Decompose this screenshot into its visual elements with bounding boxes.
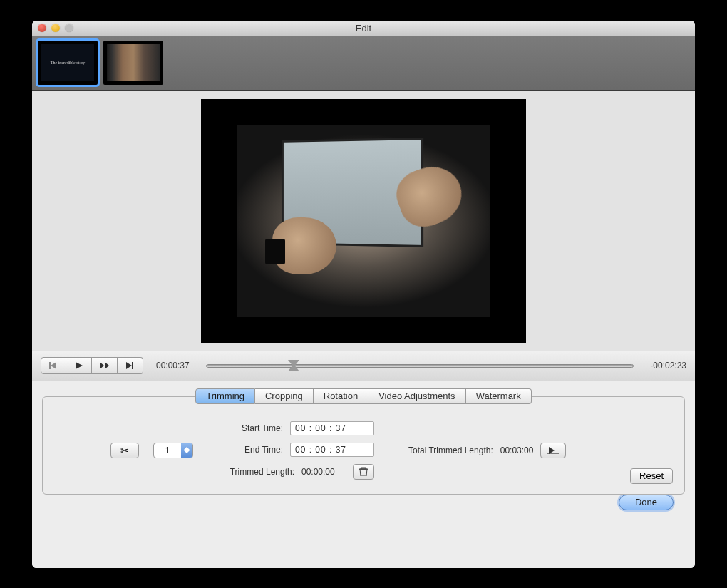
play-trimmed-button[interactable]	[540, 443, 566, 458]
next-frame-button[interactable]	[92, 357, 118, 374]
preview-area	[32, 91, 695, 351]
thumbnail-2[interactable]	[103, 41, 163, 85]
stepper-down-icon	[184, 450, 190, 453]
play-button[interactable]	[66, 357, 92, 374]
end-time-row: End Time: 00 : 00 : 37	[207, 443, 374, 457]
trimmed-length-row: Trimmed Length: 00:00:00	[207, 464, 374, 480]
play-trimmed-icon	[547, 447, 559, 454]
stepper-arrows[interactable]	[181, 443, 192, 458]
total-trimmed-label: Total Trimmed Length:	[408, 445, 493, 455]
thumbnail-1-image: The incredible story	[41, 44, 94, 81]
tab-video-adjustments[interactable]: Video Adjustments	[368, 388, 465, 404]
video-preview-image	[237, 125, 490, 317]
next-clip-button[interactable]	[118, 357, 143, 374]
tab-cropping[interactable]: Cropping	[255, 388, 314, 404]
tab-watermark[interactable]: Watermark	[466, 388, 532, 404]
trimming-pane: ✂ 1 Start Time: 00 : 00 : 37	[42, 396, 685, 495]
play-icon	[76, 362, 83, 369]
current-time: 00:00:37	[156, 361, 197, 371]
skip-back-icon	[49, 362, 58, 369]
video-frame	[201, 99, 526, 343]
playback-controls	[41, 357, 143, 374]
thumbnail-1[interactable]: The incredible story	[38, 41, 98, 85]
fast-forward-icon	[100, 362, 110, 369]
tabs-row: Trimming Cropping Rotation Video Adjustm…	[42, 388, 685, 404]
remaining-time: -00:02:23	[642, 361, 686, 371]
time-fields: Start Time: 00 : 00 : 37 End Time: 00 : …	[207, 421, 374, 480]
edit-window: Edit The incredible story	[32, 21, 695, 568]
slider-thumb[interactable]	[288, 360, 299, 371]
tab-rotation[interactable]: Rotation	[314, 388, 368, 404]
skip-forward-icon	[126, 362, 135, 369]
slider-track	[206, 364, 634, 368]
prev-clip-button[interactable]	[41, 357, 66, 374]
playback-bar: 00:00:37 -00:02:23	[32, 351, 695, 381]
segment-value: 1	[154, 445, 181, 455]
titlebar: Edit	[32, 21, 695, 36]
segment-stepper[interactable]: 1	[153, 443, 193, 458]
trimmed-length-value: 00:00:00	[301, 467, 346, 477]
stepper-up-icon	[184, 447, 190, 450]
trimmed-length-label: Trimmed Length:	[219, 467, 294, 477]
cut-button[interactable]: ✂	[110, 443, 139, 458]
playhead-slider[interactable]	[206, 359, 634, 372]
end-time-label: End Time:	[207, 445, 283, 455]
end-time-input[interactable]: 00 : 00 : 37	[290, 443, 374, 457]
total-trimmed-value: 00:03:00	[500, 445, 534, 455]
scissors-icon: ✂	[120, 445, 129, 456]
done-button[interactable]: Done	[619, 495, 674, 510]
end-time-value: 00 : 00 : 37	[295, 445, 346, 455]
edit-tabs-panel: Trimming Cropping Rotation Video Adjustm…	[32, 381, 695, 568]
reset-button[interactable]: Reset	[630, 468, 673, 484]
trash-icon	[359, 467, 368, 476]
start-time-row: Start Time: 00 : 00 : 37	[207, 421, 374, 435]
thumbnail-2-image	[107, 44, 160, 81]
start-time-input[interactable]: 00 : 00 : 37	[290, 421, 374, 435]
total-trimmed-group: Total Trimmed Length: 00:03:00	[408, 443, 566, 458]
start-time-value: 00 : 00 : 37	[295, 423, 346, 433]
start-time-label: Start Time:	[207, 423, 283, 433]
tab-trimming[interactable]: Trimming	[195, 388, 255, 404]
window-title: Edit	[32, 23, 695, 33]
thumbnail-1-caption: The incredible story	[51, 60, 85, 66]
delete-segment-button[interactable]	[353, 464, 374, 480]
footer: Done	[42, 495, 685, 522]
thumbnails-bar: The incredible story	[32, 36, 695, 91]
